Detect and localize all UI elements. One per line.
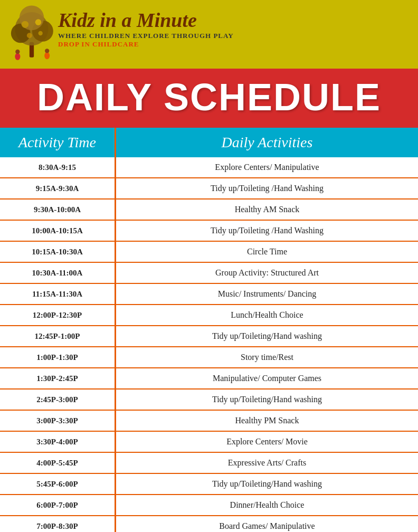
time-value: 3:30P-4:00P xyxy=(36,438,78,446)
time-value: 4:00P-5:45P xyxy=(36,459,78,468)
activity-cell: Dinner/Health Choice xyxy=(116,495,418,515)
table-row: 10:30A-11:00A Group Activity: Structured… xyxy=(0,263,418,284)
time-cell: 1:00P-1:30P xyxy=(0,347,116,367)
time-cell: 9:15A-9:30A xyxy=(0,178,116,198)
table-row: 3:30P-4:00P Explore Centers/ Movie xyxy=(0,432,418,453)
time-value: 12:45P-1:00P xyxy=(35,332,80,341)
activity-cell: Healthy PM Snack xyxy=(116,411,418,431)
activity-value: Music/ Instruments/ Dancing xyxy=(218,289,317,299)
time-cell: 5:45P-6:00P xyxy=(0,474,116,494)
red-banner: DAILY SCHEDULE xyxy=(0,69,418,128)
time-value: 9:30A-10:00A xyxy=(34,205,81,214)
activity-value: Healthy AM Snack xyxy=(235,205,300,214)
time-value: 10:30A-11:00A xyxy=(32,269,83,278)
time-cell: 9:30A-10:00A xyxy=(0,200,116,220)
activity-cell: Tidy up/Toileting /Hand Washing xyxy=(116,221,418,241)
time-cell: 12:00P-12:30P xyxy=(0,305,116,325)
activity-value: Expressive Arts/ Crafts xyxy=(228,458,306,468)
activity-value: Tidy up/Toileting/Hand washing xyxy=(212,479,322,489)
activity-cell: Story time/Rest xyxy=(116,347,418,367)
table-row: 10:15A-10:30A Circle Time xyxy=(0,242,418,263)
time-value: 11:15A-11:30A xyxy=(32,290,82,299)
activity-cell: Expressive Arts/ Crafts xyxy=(116,453,418,473)
table-row: 12:45P-1:00P Tidy up/Toileting/Hand wash… xyxy=(0,326,418,347)
activity-value: Healthy PM Snack xyxy=(235,416,299,425)
time-cell: 6:00P-7:00P xyxy=(0,495,116,515)
activity-cell: Healthy AM Snack xyxy=(116,200,418,220)
activity-value: Lunch/Health Choice xyxy=(231,310,303,320)
activity-cell: Circle Time xyxy=(116,242,418,262)
activity-value: Board Games/ Manipulative xyxy=(219,521,315,531)
time-header-label: Activity Time xyxy=(18,134,96,150)
table-row: 6:00P-7:00P Dinner/Health Choice xyxy=(0,495,418,516)
time-value: 12:00P-12:30P xyxy=(33,311,82,320)
brand-sub: DROP IN CHILDCARE xyxy=(58,40,234,49)
activity-cell: Lunch/Health Choice xyxy=(116,305,418,325)
table-row: 12:00P-12:30P Lunch/Health Choice xyxy=(0,305,418,326)
time-cell: 2:45P-3:00P xyxy=(0,390,116,410)
activity-value: Tidy up/Toileting /Hand Washing xyxy=(211,226,324,235)
time-cell: 1:30P-2:45P xyxy=(0,368,116,388)
time-value: 9:15A-9:30A xyxy=(36,184,79,193)
time-column-header: Activity Time xyxy=(0,128,116,157)
time-cell: 8:30A-9:15 xyxy=(0,157,116,177)
time-value: 2:45P-3:00P xyxy=(36,395,78,404)
page-title: DAILY SCHEDULE xyxy=(5,78,413,116)
activity-value: Tidy up/Toileting/Hand washing xyxy=(212,331,322,341)
activity-value: Explore Centers/ Movie xyxy=(226,437,308,446)
activity-cell: Manipulative/ Computer Games xyxy=(116,368,418,388)
time-value: 10:00A-10:15A xyxy=(32,226,83,235)
activity-value: Manipulative/ Computer Games xyxy=(213,374,321,383)
schedule-table: 8:30A-9:15 Explore Centers/ Manipulative… xyxy=(0,157,418,532)
brand-name: Kidz in a Minute xyxy=(58,10,234,32)
time-value: 5:45P-6:00P xyxy=(36,480,78,489)
time-cell: 10:30A-11:00A xyxy=(0,263,116,283)
table-row: 9:30A-10:00A Healthy AM Snack xyxy=(0,200,418,221)
activity-value: Circle Time xyxy=(247,247,287,256)
activity-header-label: Daily Activities xyxy=(222,134,313,150)
activity-cell: Tidy up/Toileting /Hand Washing xyxy=(116,178,418,198)
table-row: 1:30P-2:45P Manipulative/ Computer Games xyxy=(0,368,418,390)
table-header: Activity Time Daily Activities xyxy=(0,128,418,157)
time-cell: 12:45P-1:00P xyxy=(0,326,116,346)
activity-value: Tidy up/Toileting/Hand washing xyxy=(212,395,322,404)
table-row: 7:00P-8:30P Board Games/ Manipulative xyxy=(0,516,418,532)
activity-cell: Tidy up/Toileting/Hand washing xyxy=(116,326,418,346)
time-cell: 10:00A-10:15A xyxy=(0,221,116,241)
time-value: 1:30P-2:45P xyxy=(36,374,78,383)
table-row: 4:00P-5:45P Expressive Arts/ Crafts xyxy=(0,453,418,474)
activity-cell: Board Games/ Manipulative xyxy=(116,516,418,532)
activity-cell: Music/ Instruments/ Dancing xyxy=(116,284,418,304)
time-cell: 4:00P-5:45P xyxy=(0,453,116,473)
table-row: 8:30A-9:15 Explore Centers/ Manipulative xyxy=(0,157,418,178)
time-value: 7:00P-8:30P xyxy=(36,522,78,531)
table-row: 5:45P-6:00P Tidy up/Toileting/Hand washi… xyxy=(0,474,418,495)
activity-cell: Tidy up/Toileting/Hand washing xyxy=(116,474,418,494)
activity-cell: Group Activity: Structured Art xyxy=(116,263,418,283)
table-row: 9:15A-9:30A Tidy up/Toileting /Hand Wash… xyxy=(0,178,418,200)
time-value: 10:15A-10:30A xyxy=(32,248,83,256)
activity-value: Story time/Rest xyxy=(241,353,293,362)
brand-tagline: WHERE CHILDREN EXPLORE THROUGH PLAY xyxy=(58,32,234,40)
time-value: 1:00P-1:30P xyxy=(36,353,78,362)
time-cell: 3:30P-4:00P xyxy=(0,432,116,452)
activity-value: Dinner/Health Choice xyxy=(230,500,305,510)
table-row: 2:45P-3:00P Tidy up/Toileting/Hand washi… xyxy=(0,390,418,411)
table-row: 10:00A-10:15A Tidy up/Toileting /Hand Wa… xyxy=(0,221,418,242)
time-cell: 7:00P-8:30P xyxy=(0,516,116,532)
activity-value: Tidy up/Toileting /Hand Washing xyxy=(211,184,324,193)
activity-column-header: Daily Activities xyxy=(116,128,418,157)
time-value: 3:00P-3:30P xyxy=(36,416,78,425)
activity-cell: Explore Centers/ Movie xyxy=(116,432,418,452)
activity-value: Explore Centers/ Manipulative xyxy=(215,163,319,172)
time-value: 8:30A-9:15 xyxy=(39,163,76,172)
logo-area: Kidz in a Minute WHERE CHILDREN EXPLORE … xyxy=(0,0,418,54)
time-cell: 3:00P-3:30P xyxy=(0,411,116,431)
time-cell: 10:15A-10:30A xyxy=(0,242,116,262)
activity-cell: Explore Centers/ Manipulative xyxy=(116,157,418,177)
activity-cell: Tidy up/Toileting/Hand washing xyxy=(116,390,418,410)
svg-point-9 xyxy=(15,53,20,60)
table-row: 11:15A-11:30A Music/ Instruments/ Dancin… xyxy=(0,284,418,305)
brand-text: Kidz in a Minute WHERE CHILDREN EXPLORE … xyxy=(58,10,234,49)
table-row: 3:00P-3:30P Healthy PM Snack xyxy=(0,411,418,432)
